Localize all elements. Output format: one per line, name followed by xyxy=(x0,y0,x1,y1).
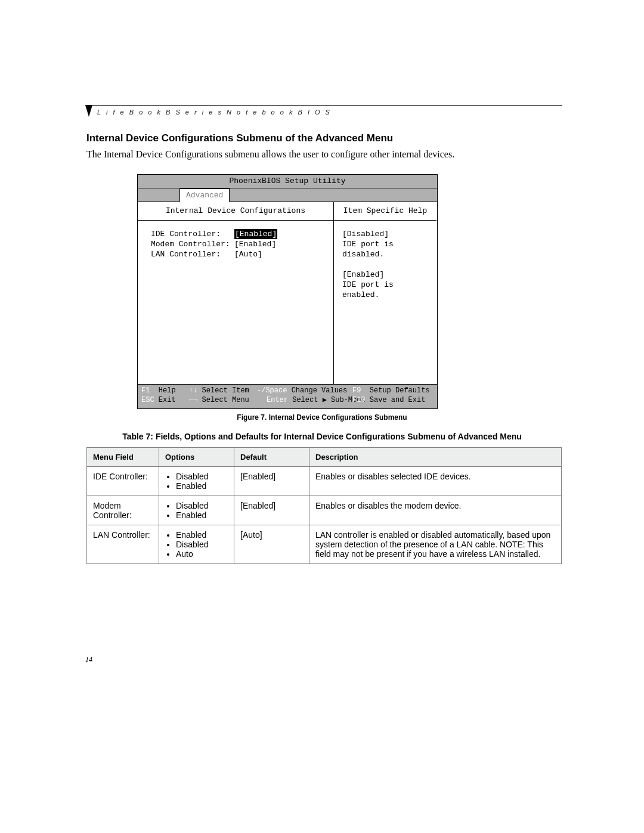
bios-key-label: Exit xyxy=(159,396,176,404)
bios-field-label: Modem Controller: xyxy=(151,239,234,249)
bios-field-label: IDE Controller: xyxy=(151,229,234,239)
bios-key-enter: Enter xyxy=(267,396,288,404)
bios-key-label: Change Values xyxy=(292,386,348,395)
bios-field-lan[interactable]: LAN Controller: [Auto] xyxy=(151,249,326,259)
help-line: IDE port is disabled. xyxy=(342,239,428,259)
bios-field-label: LAN Controller: xyxy=(151,249,234,259)
running-head-text: L i f e B o o k B S e r i e s N o t e b … xyxy=(97,109,332,116)
option-item: Enabled xyxy=(176,510,228,520)
bios-left-pane: Internal Device Configurations IDE Contr… xyxy=(138,202,334,384)
th-description: Description xyxy=(309,448,562,467)
th-menu-field: Menu Field xyxy=(87,448,159,467)
cell-default: [Enabled] xyxy=(234,467,309,496)
bios-key-label: Select Menu xyxy=(202,396,249,404)
bios-key-f1: F1 xyxy=(141,386,150,395)
bios-field-value: [Enabled] xyxy=(234,229,277,239)
bios-key-f9: F9 xyxy=(352,386,361,395)
cell-options: DisabledEnabled xyxy=(159,467,234,496)
bios-field-ide[interactable]: IDE Controller: [Enabled] xyxy=(151,229,326,239)
bios-key-leftright: ←→ xyxy=(189,396,197,404)
section-body: The Internal Device Configurations subme… xyxy=(86,149,454,160)
option-item: Disabled xyxy=(176,472,228,481)
cell-menu-field: LAN Controller: xyxy=(87,525,159,564)
cell-description: Enables or disables selected IDE devices… xyxy=(309,467,562,496)
bios-footer: F1 Help ↑↓ Select Item -/Space Change Va… xyxy=(138,385,437,408)
bios-key-label: Save and Exit xyxy=(370,396,426,404)
bios-tabbar: Advanced xyxy=(138,188,437,202)
help-line: [Enabled] xyxy=(342,270,428,280)
header-rule xyxy=(85,105,562,106)
figure-caption: Figure 7. Internal Device Configurations… xyxy=(0,413,644,422)
bios-field-modem[interactable]: Modem Controller: [Enabled] xyxy=(151,239,326,249)
cell-options: EnabledDisabledAuto xyxy=(159,525,234,564)
header-triangle-icon xyxy=(85,105,92,117)
table-caption: Table 7: Fields, Options and Defaults fo… xyxy=(0,432,644,441)
section-title: Internal Device Configurations Submenu o… xyxy=(86,132,393,144)
option-item: Disabled xyxy=(176,540,228,549)
bios-screenshot: PhoenixBIOS Setup Utility Advanced Inter… xyxy=(137,174,438,409)
option-item: Disabled xyxy=(176,501,228,510)
cell-menu-field: Modem Controller: xyxy=(87,496,159,525)
bios-key-f10: F10 xyxy=(352,396,366,404)
cell-menu-field: IDE Controller: xyxy=(87,467,159,496)
bios-key-label: Select Item xyxy=(202,386,249,395)
cell-description: LAN controller is enabled or disabled au… xyxy=(309,525,562,564)
th-default: Default xyxy=(234,448,309,467)
bios-key-esc: ESC xyxy=(141,396,154,404)
cell-options: DisabledEnabled xyxy=(159,496,234,525)
page-number: 14 xyxy=(85,655,92,664)
table-row: LAN Controller:EnabledDisabledAuto[Auto]… xyxy=(87,525,562,564)
option-item: Enabled xyxy=(176,481,228,491)
bios-tab-advanced[interactable]: Advanced xyxy=(179,188,230,202)
bios-fields: IDE Controller: [Enabled] Modem Controll… xyxy=(138,221,333,384)
table-row: Modem Controller:DisabledEnabled[Enabled… xyxy=(87,496,562,525)
bios-field-value: [Auto] xyxy=(234,249,288,259)
cell-default: [Enabled] xyxy=(234,496,309,525)
bios-left-header: Internal Device Configurations xyxy=(138,202,333,221)
fields-table: Menu Field Options Default Description I… xyxy=(86,447,562,564)
cell-description: Enables or disables the modem device. xyxy=(309,496,562,525)
bios-help-pane: Item Specific Help [Disabled] IDE port i… xyxy=(334,202,436,384)
option-item: Enabled xyxy=(176,530,228,540)
bios-key-minus-space: -/Space xyxy=(257,386,287,395)
bios-field-value: [Enabled] xyxy=(234,239,288,249)
bios-key-label: Help xyxy=(159,386,176,395)
bios-key-label: Setup Defaults xyxy=(370,386,430,395)
cell-default: [Auto] xyxy=(234,525,309,564)
option-item: Auto xyxy=(176,549,228,559)
table-row: IDE Controller:DisabledEnabled[Enabled]E… xyxy=(87,467,562,496)
help-line: [Disabled] xyxy=(342,229,428,239)
help-line: IDE port is enabled. xyxy=(342,280,428,300)
bios-help-text: [Disabled] IDE port is disabled. [Enable… xyxy=(334,221,436,384)
bios-right-header: Item Specific Help xyxy=(334,202,436,221)
th-options: Options xyxy=(159,448,234,467)
table-header-row: Menu Field Options Default Description xyxy=(87,448,562,467)
bios-title: PhoenixBIOS Setup Utility xyxy=(138,175,437,188)
bios-key-updown: ↑↓ xyxy=(189,386,197,395)
